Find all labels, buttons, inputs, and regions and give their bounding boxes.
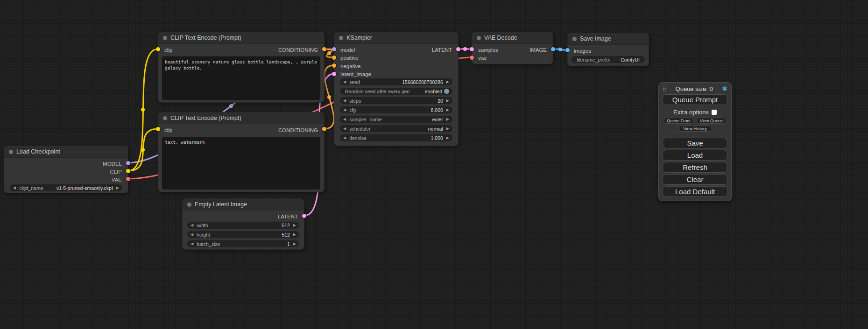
input-label-model: model xyxy=(340,47,355,53)
widget-seed[interactable]: ◀ seed 156680208700286 ▶ xyxy=(340,78,452,85)
output-port-image[interactable] xyxy=(551,47,555,51)
increment-arrow-icon[interactable]: ▶ xyxy=(293,240,296,247)
input-port-positive[interactable] xyxy=(332,56,336,60)
widget-sampler-name[interactable]: ◀ sampler_name euler ▶ xyxy=(340,116,452,123)
input-port-images[interactable] xyxy=(565,48,570,52)
widget-value: 512 xyxy=(208,223,290,228)
node-vae-decode[interactable]: VAE Decode samples IMAGE vae xyxy=(472,32,553,64)
output-port-conditioning[interactable] xyxy=(322,127,326,131)
widget-batch-size[interactable]: ◀ batch_size 1 ▶ xyxy=(187,240,299,247)
output-port-latent[interactable] xyxy=(302,214,306,218)
input-port-samples[interactable] xyxy=(470,47,474,51)
collapse-dot[interactable] xyxy=(9,150,13,154)
decrement-arrow-icon[interactable]: ◀ xyxy=(343,106,346,113)
increment-arrow-icon[interactable]: ▶ xyxy=(446,125,449,132)
widget-value: ComfyUI xyxy=(610,57,640,63)
collapse-dot[interactable] xyxy=(477,36,481,40)
widget-width[interactable]: ◀ width 512 ▶ xyxy=(187,222,299,229)
node-title-bar[interactable]: VAE Decode xyxy=(472,32,553,44)
decrement-arrow-icon[interactable]: ◀ xyxy=(191,222,193,229)
widget-random-seed-toggle[interactable]: Random seed after every gen enabled xyxy=(340,88,452,95)
collapse-dot[interactable] xyxy=(163,116,167,120)
input-port-latent-image[interactable] xyxy=(332,72,336,76)
increment-arrow-icon[interactable]: ▶ xyxy=(293,222,296,229)
output-port-conditioning[interactable] xyxy=(322,47,326,51)
output-label-conditioning: CONDITIONING xyxy=(278,47,318,53)
node-graph-canvas[interactable]: Load Checkpoint MODEL CLIP VAE ◀ ckpt_na… xyxy=(0,0,868,329)
node-clip-text-encode-negative[interactable]: CLIP Text Encode (Prompt) clip CONDITION… xyxy=(158,112,325,192)
increment-arrow-icon[interactable]: ▶ xyxy=(446,78,449,85)
output-port-model[interactable] xyxy=(126,161,130,165)
widget-label: Random seed after every gen xyxy=(345,89,409,94)
refresh-button[interactable]: Refresh xyxy=(663,162,727,173)
decrement-arrow-icon[interactable]: ◀ xyxy=(343,97,346,104)
widget-value: 8.000 xyxy=(356,107,443,113)
input-port-vae[interactable] xyxy=(470,56,474,60)
widget-cfg[interactable]: ◀ cfg 8.000 ▶ xyxy=(340,106,452,113)
output-port-vae[interactable] xyxy=(126,177,130,181)
extra-options-checkbox[interactable] xyxy=(712,110,717,115)
increment-arrow-icon[interactable]: ▶ xyxy=(446,116,449,123)
input-port-negative[interactable] xyxy=(332,63,336,68)
collapse-dot[interactable] xyxy=(163,36,167,40)
decrement-arrow-icon[interactable]: ◀ xyxy=(191,231,193,238)
node-title-bar[interactable]: CLIP Text Encode (Prompt) xyxy=(158,112,324,124)
queue-size-label: Queue size: 0 xyxy=(666,85,722,92)
widget-height[interactable]: ◀ height 512 ▶ xyxy=(187,231,299,238)
view-history-button[interactable]: View History xyxy=(678,126,712,132)
node-save-image[interactable]: Save Image images filename_prefix ComfyU… xyxy=(567,33,649,66)
settings-gear-icon[interactable]: ✱ xyxy=(722,85,727,92)
save-button[interactable]: Save xyxy=(663,138,727,148)
widget-filename-prefix[interactable]: filename_prefix ComfyUI xyxy=(572,56,645,63)
input-port-clip[interactable] xyxy=(156,47,160,51)
input-port-clip[interactable] xyxy=(156,127,160,131)
view-queue-button[interactable]: View Queue xyxy=(696,118,727,124)
widget-denoise[interactable]: ◀ denoise 1.000 ▶ xyxy=(340,134,452,141)
collapse-dot[interactable] xyxy=(187,203,191,207)
input-label-latent-image: latent_image xyxy=(340,71,371,77)
toggle-indicator[interactable] xyxy=(444,89,449,94)
decrement-arrow-icon[interactable]: ◀ xyxy=(343,125,346,132)
queue-front-button[interactable]: Queue Front xyxy=(663,118,694,124)
output-label-conditioning: CONDITIONING xyxy=(278,127,318,133)
comfy-menu-panel[interactable]: ⣿ Queue size: 0 ✱ Queue Prompt Extra opt… xyxy=(658,82,732,201)
node-load-checkpoint[interactable]: Load Checkpoint MODEL CLIP VAE ◀ ckpt_na… xyxy=(4,146,128,193)
node-ksampler[interactable]: KSampler model LATENT positive negative … xyxy=(334,32,459,146)
collapse-dot[interactable] xyxy=(572,37,577,41)
decrement-arrow-icon[interactable]: ◀ xyxy=(13,184,16,191)
clear-button[interactable]: Clear xyxy=(663,174,727,185)
node-title-bar[interactable]: CLIP Text Encode (Prompt) xyxy=(158,32,324,44)
extra-options-label: Extra options xyxy=(673,109,709,116)
increment-arrow-icon[interactable]: ▶ xyxy=(446,97,449,104)
widget-steps[interactable]: ◀ steps 20 ▶ xyxy=(340,97,452,104)
node-title-bar[interactable]: KSampler xyxy=(334,32,458,44)
prompt-textarea[interactable]: beautiful scenery nature glass bottle la… xyxy=(162,56,320,100)
collapse-dot[interactable] xyxy=(339,36,343,40)
widget-ckpt-name[interactable]: ◀ ckpt_name v1-5-pruned-emaonly.ckpt ▶ xyxy=(10,184,122,191)
load-button[interactable]: Load xyxy=(663,150,727,161)
drag-handle-icon[interactable]: ⣿ xyxy=(663,86,666,92)
output-port-clip[interactable] xyxy=(126,169,130,173)
output-label-clip: CLIP xyxy=(110,169,122,175)
widget-value: 1 xyxy=(220,241,289,247)
input-port-model[interactable] xyxy=(332,47,336,51)
decrement-arrow-icon[interactable]: ◀ xyxy=(343,116,346,123)
node-title: CLIP Text Encode (Prompt) xyxy=(170,115,241,121)
decrement-arrow-icon[interactable]: ◀ xyxy=(343,134,346,141)
node-title-bar[interactable]: Empty Latent Image xyxy=(183,199,304,210)
queue-prompt-button[interactable]: Queue Prompt xyxy=(663,94,727,105)
node-empty-latent-image[interactable]: Empty Latent Image LATENT ◀ width 512 ▶ … xyxy=(182,198,304,250)
decrement-arrow-icon[interactable]: ◀ xyxy=(191,240,193,247)
output-port-latent[interactable] xyxy=(456,47,460,51)
increment-arrow-icon[interactable]: ▶ xyxy=(293,231,296,238)
node-title-bar[interactable]: Save Image xyxy=(568,33,649,45)
node-clip-text-encode-positive[interactable]: CLIP Text Encode (Prompt) clip CONDITION… xyxy=(158,32,325,103)
decrement-arrow-icon[interactable]: ◀ xyxy=(343,78,346,85)
load-default-button[interactable]: Load Default xyxy=(663,186,727,197)
widget-scheduler[interactable]: ◀ scheduler normal ▶ xyxy=(340,125,452,132)
increment-arrow-icon[interactable]: ▶ xyxy=(446,134,449,141)
increment-arrow-icon[interactable]: ▶ xyxy=(116,184,119,191)
prompt-textarea[interactable]: text, watermark xyxy=(162,137,320,189)
node-title-bar[interactable]: Load Checkpoint xyxy=(4,146,128,158)
increment-arrow-icon[interactable]: ▶ xyxy=(446,106,449,113)
